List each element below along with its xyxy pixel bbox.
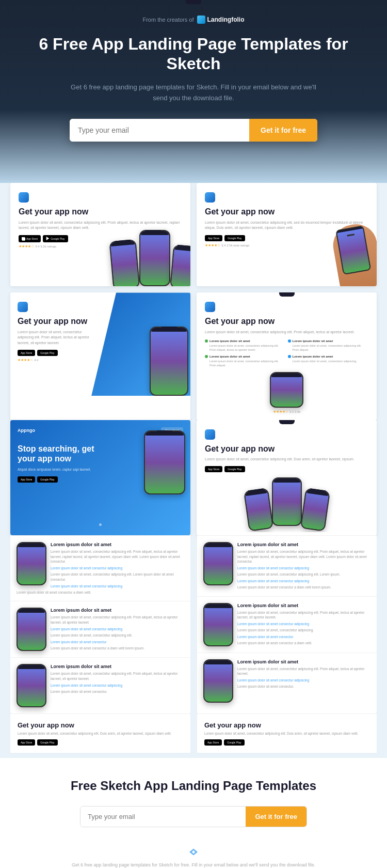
appstore-badge-bottom-l[interactable]: App Store xyxy=(18,739,35,746)
bottom-cta-button[interactable]: Get it for free xyxy=(246,807,307,827)
preview-rows: Lorem ipsum dolor sit amet Lorem ipsum d… xyxy=(10,535,377,714)
preview-col-left: Lorem ipsum dolor sit amet Lorem ipsum d… xyxy=(10,535,190,714)
card-3-title: Get your app now xyxy=(18,316,183,326)
stop-searching-title: Stop searching, get your app now xyxy=(18,444,100,463)
playstore-badge-1[interactable]: Google Play xyxy=(43,235,68,242)
card-3-desc: Lorem ipsum dolor sit amet, consectetur … xyxy=(18,330,90,346)
template-card-6: Get your app now Lorem ipsum dolor sit a… xyxy=(197,420,377,535)
preview-body-l1c: Lorem ipsum dolor sit amet consectur a d… xyxy=(17,590,184,595)
hero-cta-button[interactable]: Get it for free xyxy=(249,119,317,142)
playstore-badge-5[interactable]: Google Play xyxy=(37,476,57,483)
card-1-title: Get your app now xyxy=(19,207,182,216)
appstore-badge-2[interactable]: App Store xyxy=(205,235,222,241)
bottom-title: Free Sketch App Landing Page Templates xyxy=(10,779,377,794)
appstore-badge-6[interactable]: App Store xyxy=(205,466,222,472)
preview-col-right: Lorem ipsum dolor sit amet Lorem ipsum d… xyxy=(197,535,377,714)
get-app-left-desc: Lorem ipsum dolor sit amet, consectetur … xyxy=(18,732,183,735)
bottom-email-form: Get it for free xyxy=(80,806,307,827)
templates-section: Get your app now Lorem ipsum dolor sit a… xyxy=(0,183,387,758)
get-app-bottom-row: Get your app now Lorem ipsum dolor sit a… xyxy=(10,714,377,753)
footer-main-text: Get 6 free app landing page templates fo… xyxy=(59,861,328,868)
card-4-title: Get your app now xyxy=(205,316,368,326)
brand-icon xyxy=(197,16,205,24)
template-card-2: Get your app now Lorem ipsum dolor sit a… xyxy=(197,183,377,286)
templates-grid: Get your app now Lorem ipsum dolor sit a… xyxy=(10,183,377,420)
appstore-badge-3[interactable]: App Store xyxy=(18,350,35,356)
playstore-badge-2[interactable]: Google Play xyxy=(224,235,245,241)
hero-email-form: Get it for free xyxy=(70,119,317,142)
get-app-left: Get your app now Lorem ipsum dolor sit a… xyxy=(10,714,190,753)
preview-item-left-3: Lorem ipsum dolor sit amet Lorem ipsum d… xyxy=(10,657,190,714)
card-2-title: Get your app now xyxy=(205,207,368,216)
app-icon-4 xyxy=(205,302,215,312)
template-card-1: Get your app now Lorem ipsum dolor sit a… xyxy=(10,183,190,286)
hero-section: From the creators of Landingfolio 6 Free… xyxy=(0,0,387,183)
template-card-3: Get your app now Lorem ipsum dolor sit a… xyxy=(10,292,190,420)
playstore-badge-3[interactable]: Google Play xyxy=(37,350,57,356)
features-grid: Lorem ipsum dolor sit amet Lorem ipsum d… xyxy=(205,339,368,368)
preview-item-right-2: Lorem ipsum dolor sit amet Lorem ipsum d… xyxy=(197,596,377,653)
card-6-title: Get your app now xyxy=(205,444,368,454)
footer-logo xyxy=(10,848,377,856)
feature-2: Lorem ipsum dolor sit amet Lorem ipsum d… xyxy=(288,339,369,352)
brand-line: From the creators of Landingfolio xyxy=(10,16,377,24)
get-app-right-badges: App Store Google Play xyxy=(204,739,369,746)
app-icon-3 xyxy=(18,302,28,312)
store-badges-6: App Store Google Play xyxy=(205,466,368,472)
appstore-badge-5[interactable]: App Store xyxy=(18,476,35,483)
template-card-5: Appngo Download Stop searching, get your… xyxy=(10,420,190,535)
card-6-desc: Lorem ipsum dolor sit amet, consectetur … xyxy=(205,457,368,462)
stars-4: ★★★★☆ 3.4 2.5k xyxy=(205,410,368,414)
hero-subtitle: Get 6 free app landing page templates fo… xyxy=(64,82,322,104)
appstore-badge-bottom-r[interactable]: App Store xyxy=(204,739,222,746)
template-card-4: Get your app now Lorem ipsum dolor sit a… xyxy=(197,292,377,420)
brand-logo: Landingfolio xyxy=(197,16,245,24)
get-app-left-badges: App Store Google Play xyxy=(18,739,183,746)
svg-marker-0 xyxy=(46,237,50,240)
appstore-badge-1[interactable]: App Store xyxy=(19,235,41,242)
bottom-email-input[interactable] xyxy=(80,807,246,827)
card-1-desc: Lorem ipsum dolor sit amet, consectetur … xyxy=(19,220,182,231)
blue-hero-card: Appngo Download Stop searching, get your… xyxy=(10,420,190,535)
card-4-desc: Lorem ipsum dolor sit amet, consectetur … xyxy=(205,330,368,335)
get-app-right: Get your app now Lorem ipsum dolor sit a… xyxy=(197,714,377,753)
playstore-badge-6[interactable]: Google Play xyxy=(224,466,245,472)
preview-item-left-2: Lorem ipsum dolor sit amet Lorem ipsum d… xyxy=(10,601,190,657)
preview-item-right-1: Lorem ipsum dolor sit amet Lorem ipsum d… xyxy=(197,535,377,596)
footer-logo-icon xyxy=(188,848,199,856)
blue-hero-logo: Appngo xyxy=(18,428,35,433)
get-app-right-title: Get your app now xyxy=(204,721,369,729)
hero-title: 6 Free App Landing Page Templates for Sk… xyxy=(10,34,377,74)
bottom-section: Free Sketch App Landing Page Templates G… xyxy=(0,758,387,868)
get-app-left-title: Get your app now xyxy=(18,721,183,729)
feature-3: Lorem ipsum dolor sit amet Lorem ipsum d… xyxy=(205,354,286,368)
hero-email-input[interactable] xyxy=(70,119,249,142)
preview-item-right-3: Lorem ipsum dolor sit amet Lorem ipsum d… xyxy=(197,653,377,709)
playstore-badge-bottom-r[interactable]: Google Play xyxy=(224,739,244,746)
templates-row-2: Appngo Download Stop searching, get your… xyxy=(10,420,377,535)
app-icon-6 xyxy=(205,429,215,440)
get-app-right-desc: Lorem ipsum dolor sit amet, consectetur … xyxy=(204,732,369,735)
preview-item-left-1: Lorem ipsum dolor sit amet Lorem ipsum d… xyxy=(10,535,190,601)
preview-body-r1c: Lorem ipsum dolor sit amet consectur a d… xyxy=(203,585,370,590)
feature-1: Lorem ipsum dolor sit amet Lorem ipsum d… xyxy=(205,339,286,352)
feature-4: Lorem ipsum dolor sit amet Lorem ipsum d… xyxy=(288,354,369,368)
app-icon-1 xyxy=(19,192,29,203)
app-icon-2 xyxy=(205,192,215,203)
playstore-badge-bottom-l[interactable]: Google Play xyxy=(37,739,57,746)
